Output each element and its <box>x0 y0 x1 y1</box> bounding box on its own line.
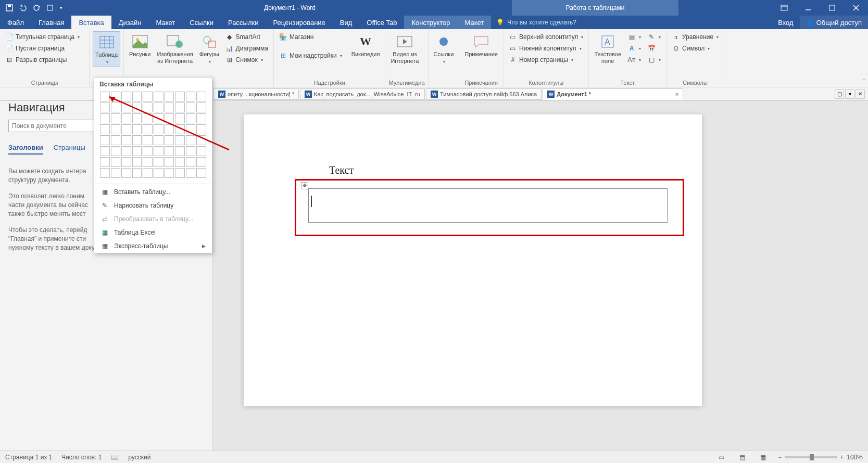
object-button[interactable]: ▢▾ <box>645 54 663 66</box>
grid-cell[interactable] <box>143 113 153 123</box>
page-break-button[interactable]: ⊟Разрыв страницы <box>3 54 82 66</box>
grid-cell[interactable] <box>165 124 174 134</box>
table-cell[interactable] <box>308 188 668 223</box>
smartart-button[interactable]: ◆SmartArt <box>223 31 270 43</box>
grid-cell[interactable] <box>196 168 206 178</box>
grid-cell[interactable] <box>186 146 196 156</box>
status-language[interactable]: русский <box>128 454 150 461</box>
grid-cell[interactable] <box>165 135 174 145</box>
grid-cell[interactable] <box>132 102 142 112</box>
grid-cell[interactable] <box>165 102 174 112</box>
page-number-button[interactable]: #Номер страницы▾ <box>507 54 585 66</box>
blank-page-button[interactable]: 📄Пустая страница <box>3 43 82 54</box>
grid-cell[interactable] <box>175 135 185 145</box>
grid-cell[interactable] <box>186 113 196 123</box>
grid-cell[interactable] <box>175 168 185 178</box>
grid-cell[interactable] <box>165 113 174 123</box>
grid-cell[interactable] <box>143 135 153 145</box>
grid-cell[interactable] <box>196 92 206 101</box>
table-button[interactable]: Таблица▾ <box>93 31 120 67</box>
grid-cell[interactable] <box>100 124 110 134</box>
grid-cell[interactable] <box>175 146 185 156</box>
grid-cell[interactable] <box>154 113 163 123</box>
grid-cell[interactable] <box>121 146 131 156</box>
zoom-in-icon[interactable]: + <box>840 454 844 461</box>
grid-cell[interactable] <box>100 92 110 101</box>
grid-cell[interactable] <box>100 157 110 167</box>
grid-cell[interactable] <box>121 92 131 101</box>
sign-in-button[interactable]: Вход <box>772 16 799 29</box>
zoom-level[interactable]: 100% <box>847 454 863 461</box>
tab-constructor[interactable]: Конструктор <box>404 16 457 29</box>
grid-cell[interactable] <box>111 113 121 123</box>
grid-cell[interactable] <box>132 146 142 156</box>
grid-cell[interactable] <box>186 92 196 101</box>
maximize-icon[interactable] <box>820 0 844 16</box>
grid-cell[interactable] <box>121 102 131 112</box>
web-layout-icon[interactable]: ▦ <box>757 453 769 462</box>
links-button[interactable]: Ссылки▾ <box>432 31 456 66</box>
datetime-button[interactable]: 📅 <box>645 43 663 54</box>
document-area[interactable]: Текст ✥ <box>212 101 868 451</box>
grid-cell[interactable] <box>121 168 131 178</box>
nav-tab-pages[interactable]: Страницы <box>54 144 85 155</box>
grid-cell[interactable] <box>154 92 163 101</box>
tab-mailings[interactable]: Рассылки <box>221 16 266 29</box>
grid-cell[interactable] <box>111 168 121 178</box>
grid-cell[interactable] <box>111 135 121 145</box>
grid-cell[interactable] <box>121 135 131 145</box>
grid-cell[interactable] <box>132 124 142 134</box>
grid-cell[interactable] <box>154 124 163 134</box>
online-pictures-button[interactable]: Изображения из Интернета <box>155 31 195 66</box>
store-button[interactable]: 🏪Магазин <box>277 31 344 43</box>
doctab-3[interactable]: WТимчасовий доступ лайф 663 Алиса <box>426 88 542 100</box>
close-icon[interactable] <box>844 0 868 16</box>
nav-tab-headings[interactable]: Заголовки <box>8 144 43 155</box>
share-button[interactable]: 👤Общий доступ <box>800 16 868 29</box>
grid-cell[interactable] <box>196 157 206 167</box>
grid-cell[interactable] <box>175 113 185 123</box>
grid-cell[interactable] <box>165 92 174 101</box>
redo-icon[interactable] <box>30 2 43 14</box>
grid-cell[interactable] <box>111 102 121 112</box>
tab-references[interactable]: Ссылки <box>182 16 221 29</box>
tell-me-search[interactable]: 💡Что вы хотите сделать? <box>491 16 582 29</box>
online-video-button[interactable]: Видео из Интернета <box>388 31 421 66</box>
tab-home[interactable]: Главная <box>31 16 71 29</box>
pictures-button[interactable]: Рисунки <box>127 31 153 59</box>
grid-cell[interactable] <box>100 113 110 123</box>
draw-table-item[interactable]: ✎Нарисовать таблицу <box>94 199 212 212</box>
grid-cell[interactable] <box>132 92 142 101</box>
close-tab-icon[interactable]: × <box>675 91 678 97</box>
tab-design[interactable]: Дизайн <box>111 16 149 29</box>
chart-button[interactable]: 📊Диаграмма <box>223 43 270 54</box>
grid-cell[interactable] <box>100 168 110 178</box>
grid-cell[interactable] <box>143 146 153 156</box>
grid-cell[interactable] <box>154 146 163 156</box>
grid-cell[interactable] <box>111 146 121 156</box>
grid-cell[interactable] <box>186 135 196 145</box>
grid-cell[interactable] <box>132 113 142 123</box>
save-icon[interactable] <box>3 2 16 14</box>
doctab-1[interactable]: Wопиту ...кциональности] * <box>213 88 299 100</box>
signature-button[interactable]: ✎▾ <box>645 31 663 43</box>
read-mode-icon[interactable]: ▭ <box>715 453 727 462</box>
zoom-out-icon[interactable]: − <box>778 454 782 461</box>
grid-cell[interactable] <box>121 124 131 134</box>
grid-cell[interactable] <box>154 168 163 178</box>
grid-cell[interactable] <box>111 157 121 167</box>
doctab-4[interactable]: WДокумент1 *× <box>543 88 683 100</box>
zoom-slider[interactable] <box>785 456 837 458</box>
cover-page-button[interactable]: 📄Титульная страница▾ <box>3 31 82 43</box>
drop-cap-button[interactable]: A≡▾ <box>625 54 643 66</box>
grid-cell[interactable] <box>121 157 131 167</box>
grid-cell[interactable] <box>154 102 163 112</box>
grid-cell[interactable] <box>196 102 206 112</box>
excel-table-item[interactable]: ▦Таблица Excel <box>94 226 212 239</box>
grid-cell[interactable] <box>132 135 142 145</box>
header-button[interactable]: ▭Верхний колонтитул▾ <box>507 31 585 43</box>
grid-cell[interactable] <box>143 92 153 101</box>
grid-cell[interactable] <box>186 124 196 134</box>
grid-cell[interactable] <box>143 124 153 134</box>
grid-cell[interactable] <box>111 124 121 134</box>
